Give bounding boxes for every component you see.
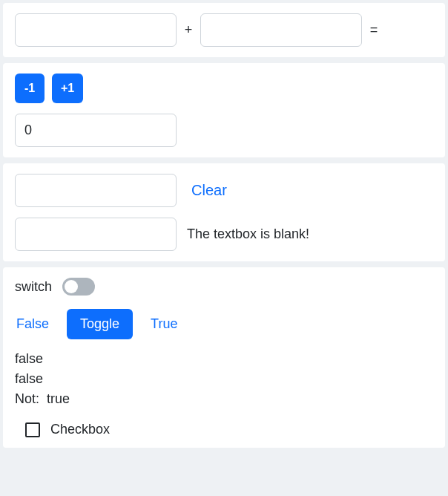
toggle-value-1: false: [15, 351, 433, 367]
counter-card: -1 +1: [3, 63, 445, 157]
plus-symbol: +: [184, 22, 193, 38]
textbox-input-upper[interactable]: [15, 174, 177, 207]
addition-card: + =: [3, 3, 445, 57]
toggle-button-group: False Toggle True: [15, 309, 433, 339]
addend-b-input[interactable]: [200, 13, 362, 47]
switch-knob: [65, 280, 78, 293]
toggle-card: switch False Toggle True false false Not…: [3, 267, 445, 448]
textbox-status: The textbox is blank!: [187, 226, 309, 242]
switch-toggle[interactable]: [62, 278, 95, 296]
not-label: Not:: [15, 391, 39, 407]
checkbox-label: Checkbox: [50, 422, 110, 437]
addend-a-input[interactable]: [15, 13, 177, 47]
counter-value-input[interactable]: [15, 114, 177, 147]
textbox-card: Clear The textbox is blank!: [3, 163, 445, 261]
checkbox-input[interactable]: [25, 422, 40, 437]
addition-row: + =: [15, 13, 433, 47]
toggle-value-2: false: [15, 371, 433, 387]
toggle-button[interactable]: Toggle: [67, 309, 133, 339]
switch-label: switch: [15, 279, 52, 295]
not-value: true: [47, 391, 70, 407]
false-button[interactable]: False: [15, 313, 50, 335]
counter-buttons: -1 +1: [15, 74, 433, 103]
equals-symbol: =: [369, 22, 378, 38]
clear-button[interactable]: Clear: [187, 179, 231, 202]
decrement-button[interactable]: -1: [15, 74, 45, 103]
textbox-input-lower[interactable]: [15, 218, 177, 251]
increment-button[interactable]: +1: [52, 74, 83, 103]
not-row: Not: true: [15, 391, 433, 407]
true-button[interactable]: True: [149, 313, 179, 335]
